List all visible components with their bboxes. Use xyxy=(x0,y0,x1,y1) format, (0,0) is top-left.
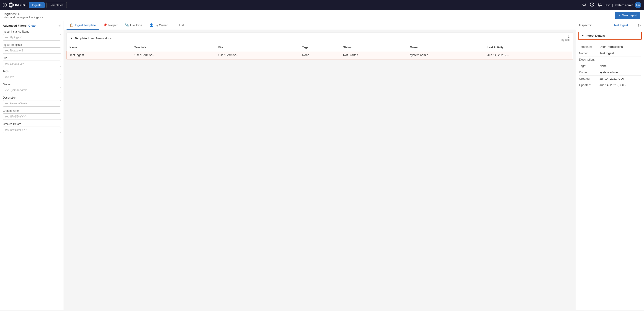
filter-input[interactable] xyxy=(3,60,61,67)
svg-point-0 xyxy=(3,3,6,7)
detail-row: Description: xyxy=(579,56,641,63)
list-icon: ☰ xyxy=(175,23,178,27)
filter-label: Ingest Template xyxy=(3,43,61,46)
group-title: ▼ Template: User Permissions xyxy=(70,37,112,40)
detail-value: Jun 14, 2021 (CDT) xyxy=(600,77,641,80)
advanced-filters-label: Advanced Filters xyxy=(3,24,27,27)
detail-label: Updated: xyxy=(579,83,600,87)
list-label: List xyxy=(179,23,184,27)
nav-icons: ? esp | system admin SA xyxy=(582,2,641,8)
inspector-section: ▼ Ingest Details xyxy=(578,32,642,40)
avatar[interactable]: SA xyxy=(635,2,641,8)
detail-row: Name:Test Ingest xyxy=(579,50,641,56)
filter-group: Ingest Template xyxy=(3,43,61,54)
ingest-name-cell[interactable]: Test Ingest xyxy=(67,51,132,59)
tab-project[interactable]: 📌Project xyxy=(100,21,121,29)
filter-group: Tags xyxy=(3,70,61,80)
svg-point-2 xyxy=(583,3,586,6)
tab-ingest-template[interactable]: 📋Ingest Template xyxy=(66,21,99,29)
filter-input[interactable] xyxy=(3,100,61,107)
template-cell[interactable]: User Permiss... xyxy=(132,51,216,59)
project-label: Project xyxy=(108,23,118,27)
back-button[interactable] xyxy=(3,3,7,7)
new-ingest-icon: + xyxy=(619,14,620,17)
separator: | xyxy=(612,3,613,7)
filter-group: Owner xyxy=(3,83,61,93)
section-collapse-icon[interactable]: ▼ xyxy=(581,34,584,37)
new-ingest-button[interactable]: + New Ingest xyxy=(615,12,640,19)
inspector-expand-button[interactable]: ▷ xyxy=(638,23,641,27)
inspector-header: Inspector: Test Ingest ▷ xyxy=(576,21,644,29)
filter-label: File xyxy=(3,56,61,60)
col-header: Name xyxy=(67,44,132,51)
filter-header: Advanced Filters Clear ◁ xyxy=(3,24,61,27)
detail-value: User Permissions xyxy=(600,45,641,48)
left-sidebar: Advanced Filters Clear ◁ Ingest Instance… xyxy=(0,21,64,310)
filter-input[interactable] xyxy=(3,74,61,80)
inspector-link[interactable]: Test Ingest xyxy=(614,23,628,27)
filter-title: Advanced Filters Clear xyxy=(3,24,36,27)
ingests-nav-button[interactable]: Ingests xyxy=(29,2,45,8)
page-header: Ingests: 1 View and manage active ingest… xyxy=(0,10,644,21)
status-cell: Not Started xyxy=(340,51,407,59)
last-activity-cell: Jun 14, 2021 (... xyxy=(485,51,573,59)
collapse-sidebar-button[interactable]: ◁ xyxy=(58,24,61,27)
detail-value: system admin xyxy=(600,71,641,74)
search-icon[interactable] xyxy=(582,2,586,7)
col-header: Status xyxy=(340,44,407,51)
tabs-bar: 📋Ingest Template📌Project📎File Type👤By Ow… xyxy=(64,21,576,30)
filter-input[interactable] xyxy=(3,113,61,120)
title-area: Ingests: 1 View and manage active ingest… xyxy=(4,12,43,19)
project-icon: 📌 xyxy=(103,23,107,27)
detail-label: Created: xyxy=(579,77,600,80)
filter-input[interactable] xyxy=(3,87,61,93)
help-icon[interactable]: ? xyxy=(590,2,594,7)
filter-input[interactable] xyxy=(3,127,61,133)
filter-group: Created Before xyxy=(3,122,61,133)
count-number: 1 xyxy=(568,35,570,38)
filter-label: Description xyxy=(3,96,61,99)
right-inspector: Inspector: Test Ingest ▷ ▼ Ingest Detail… xyxy=(576,21,644,310)
tab-by-owner[interactable]: 👤By Owner xyxy=(146,21,171,29)
filter-group: Ingest Instance Name xyxy=(3,30,61,40)
filter-label: Owner xyxy=(3,83,61,86)
bell-icon[interactable] xyxy=(598,2,602,7)
detail-label: Tags: xyxy=(579,64,600,68)
tab-list[interactable]: ☰List xyxy=(172,21,187,29)
file-type-icon: 📎 xyxy=(125,23,129,27)
file-cell[interactable]: User Permiss... xyxy=(216,51,300,59)
page-title: Ingests: 1 xyxy=(4,12,43,16)
tab-file-type[interactable]: 📎File Type xyxy=(122,21,146,29)
group-count: 1 Ingests xyxy=(560,35,570,41)
ingest-template-label: Ingest Template xyxy=(75,23,96,27)
logo-area: INGEST xyxy=(9,2,27,7)
svg-text:?: ? xyxy=(591,3,593,6)
data-table: NameTemplateFileTagsStatusOwnerLast Acti… xyxy=(66,44,573,59)
clear-filters-link[interactable]: Clear xyxy=(28,24,36,27)
table-header: NameTemplateFileTagsStatusOwnerLast Acti… xyxy=(67,44,573,51)
col-header: Last Activity xyxy=(485,44,573,51)
filter-label: Tags xyxy=(3,70,61,73)
logo-icon xyxy=(9,2,14,7)
inspector-details: Template:User PermissionsName:Test Inges… xyxy=(576,42,644,90)
table-row[interactable]: Test IngestUser Permiss...User Permiss..… xyxy=(67,51,573,59)
detail-label: Template: xyxy=(579,45,600,48)
main-layout: Advanced Filters Clear ◁ Ingest Instance… xyxy=(0,21,644,310)
new-ingest-label: New Ingest xyxy=(622,14,637,17)
ingest-template-icon: 📋 xyxy=(70,23,74,27)
templates-nav-button[interactable]: Templates xyxy=(46,2,67,8)
inspector-title-static: Inspector: xyxy=(579,23,592,27)
content-area: ▼ Template: User Permissions 1 Ingests N… xyxy=(64,30,576,310)
detail-value xyxy=(600,58,641,61)
col-header: Template xyxy=(132,44,216,51)
filter-label: Ingest Instance Name xyxy=(3,30,61,33)
user-initials: SA xyxy=(636,3,640,6)
group-expand-icon[interactable]: ▼ xyxy=(70,37,73,40)
filter-input[interactable] xyxy=(3,47,61,54)
user-name-label: system admin xyxy=(615,3,633,7)
filter-label: Created Before xyxy=(3,122,61,126)
detail-label: Owner: xyxy=(579,71,600,74)
filter-input[interactable] xyxy=(3,34,61,40)
owner-cell: system admin xyxy=(407,51,485,59)
detail-row: Template:User Permissions xyxy=(579,44,641,50)
